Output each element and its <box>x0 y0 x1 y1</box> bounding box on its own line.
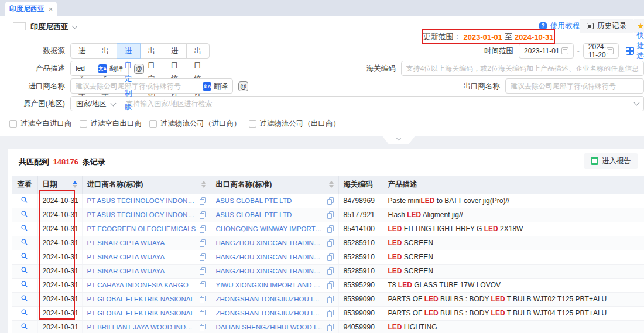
copy-icon[interactable] <box>327 239 334 247</box>
importer-link[interactable]: PT SINAR CIPTA WIJAYA <box>87 267 196 274</box>
checkbox[interactable] <box>149 120 157 128</box>
table-row: 2024-10-31 PT ASUS TECHNOLOGY INDONESIA … <box>12 194 644 208</box>
importer-input[interactable]: 建议去除公司尾部字符或特殊符号 文A 翻译 <box>70 78 233 94</box>
exact-match-icon[interactable]: @ <box>134 64 144 74</box>
table-row: 2024-10-31 PT ASUS TECHNOLOGY INDONESIA … <box>12 208 644 222</box>
exporter-link[interactable]: ZHONGSHAN TONGJIUZHOU INTERNA... <box>216 296 324 303</box>
copy-icon[interactable] <box>200 211 206 219</box>
origin-search-input[interactable]: 支持输入国家/地区进行检索 <box>121 96 644 111</box>
copy-icon[interactable] <box>327 267 334 275</box>
match-count: 148176 <box>53 157 78 166</box>
country-selector-label[interactable]: 印度尼西亚 <box>30 22 68 32</box>
copy-icon[interactable] <box>200 253 206 261</box>
importer-link[interactable]: PT SINAR CIPTA WIJAYA <box>87 253 196 260</box>
enter-report-button[interactable]: 进入报告 <box>584 153 638 169</box>
data-source-tab[interactable]: 进口统计 <box>163 43 187 59</box>
view-record-icon[interactable] <box>20 252 28 260</box>
tutorial-label: 使用教程 <box>550 21 580 31</box>
sort-icon[interactable] <box>73 181 77 188</box>
browser-tab-indonesia[interactable]: 印度尼西亚 × <box>5 2 57 16</box>
copy-icon[interactable] <box>200 197 206 205</box>
copy-icon[interactable] <box>200 267 206 275</box>
filter-checkbox-item[interactable]: 过滤物流公司（出口商） <box>249 119 341 129</box>
copy-icon[interactable] <box>327 310 334 317</box>
copy-icon[interactable] <box>200 296 206 303</box>
view-record-icon[interactable] <box>20 308 28 316</box>
data-source-tab[interactable]: 出口定制版 <box>140 43 164 59</box>
filter-checkbox-item[interactable]: 过滤空白进口商 <box>9 119 72 129</box>
date-from-input[interactable]: 2023-11-01 <box>519 43 574 59</box>
table-row: 2024-10-31 PT GLOBAL ELEKTRIK NASIONAL Z… <box>12 306 644 320</box>
sort-icon[interactable] <box>201 181 206 188</box>
exporter-link[interactable]: ZHONGSHAN TONGJIUZHOU INTERNA... <box>216 310 324 317</box>
product-desc-input[interactable]: led 文A 翻译 <box>70 61 129 76</box>
view-record-icon[interactable] <box>20 210 28 218</box>
filter-checkbox-item[interactable]: 过滤空白出口商 <box>80 119 142 129</box>
sort-icon[interactable] <box>329 181 334 188</box>
copy-icon[interactable] <box>327 324 334 331</box>
exporter-link[interactable]: HANGZHOU XINGCAN TRADING CO LTD <box>216 239 324 246</box>
collapse-form-handle[interactable] <box>382 135 416 144</box>
view-record-icon[interactable] <box>20 238 28 246</box>
importer-link[interactable]: PT GLOBAL ELEKTRIK NASIONAL <box>87 296 196 303</box>
importer-link[interactable]: PT ASUS TECHNOLOGY INDONESIA BA... <box>87 197 196 204</box>
indonesia-flag-icon <box>13 22 26 30</box>
copy-icon[interactable] <box>200 324 206 331</box>
origin-type-select[interactable]: 国家/地区 <box>70 96 121 111</box>
copy-icon[interactable] <box>200 281 206 289</box>
hs-code-input[interactable]: 支持4位以上海关编码，或2位海关编码加上产品描述、企业名称的任意信息 <box>401 61 644 76</box>
importer-link[interactable]: PT GLOBAL ELEKTRIK NASIONAL <box>87 310 196 317</box>
calendar-icon[interactable] <box>561 47 568 54</box>
exporter-link[interactable]: DALIAN SHENGZHIHUI WOOD INDUST... <box>216 324 324 331</box>
data-source-tab[interactable]: 进口关单 <box>70 43 94 59</box>
translate-button[interactable]: 文A 翻译 <box>98 64 124 74</box>
copy-icon[interactable] <box>327 211 334 219</box>
exact-match-icon[interactable]: @ <box>238 81 248 91</box>
exporter-link[interactable]: HANGZHOU XINGCAN TRADING CO LTD <box>216 267 324 274</box>
date-to-input[interactable]: 2024-11-20 <box>583 43 619 59</box>
checkbox[interactable] <box>9 120 17 128</box>
data-source-tab[interactable]: 出口统计 <box>186 43 210 59</box>
chevron-down-icon[interactable] <box>634 100 640 106</box>
header-importer[interactable]: 进口商名称(标准) <box>82 176 211 194</box>
checkbox[interactable] <box>80 120 87 128</box>
table-row: 2024-10-31 PT SINAR CIPTA WIJAYA HANGZHO… <box>12 264 644 278</box>
copy-icon[interactable] <box>327 225 334 233</box>
copy-icon[interactable] <box>200 225 206 233</box>
copy-icon[interactable] <box>327 281 334 289</box>
view-record-icon[interactable] <box>20 294 28 302</box>
chevron-down-icon[interactable] <box>72 23 78 29</box>
header-date[interactable]: 日期 <box>37 176 82 194</box>
copy-icon[interactable] <box>327 296 334 303</box>
view-record-icon[interactable] <box>20 224 28 232</box>
importer-link[interactable]: PT SINAR CIPTA WIJAYA <box>87 239 196 246</box>
data-source-tab[interactable]: 进口定制版 <box>117 43 141 59</box>
importer-link[interactable]: PT BRILLIANT JAYA WOOD INDUSTRY <box>87 324 196 331</box>
importer-link[interactable]: PT ASUS TECHNOLOGY INDONESIA BA... <box>87 211 196 218</box>
exporter-input[interactable]: 建议去除公司尾部字符或特殊符号 <box>505 78 644 94</box>
exporter-link[interactable]: HANGZHOU XINGCAN TRADING CO LTD <box>216 253 324 260</box>
tutorial-link[interactable]: ? 使用教程 <box>539 21 580 31</box>
importer-link[interactable]: PT CAHAYA INDONESIA KARGO <box>87 281 196 289</box>
copy-icon[interactable] <box>327 197 334 205</box>
calendar-icon[interactable] <box>607 47 614 54</box>
copy-icon[interactable] <box>327 253 334 261</box>
header-exporter[interactable]: 出口商名称(标准) <box>211 176 338 194</box>
view-record-icon[interactable] <box>20 322 28 330</box>
view-record-icon[interactable] <box>20 196 28 204</box>
grid-icon <box>626 47 634 55</box>
view-record-icon[interactable] <box>20 280 28 288</box>
copy-icon[interactable] <box>200 239 206 247</box>
filter-checkbox-item[interactable]: 过滤物流公司（进口商） <box>149 119 241 129</box>
importer-link[interactable]: PT ECOGREEN OLEOCHEMICALS <box>87 225 196 232</box>
view-record-icon[interactable] <box>20 266 28 274</box>
exporter-link[interactable]: CHONGQING WINWAY IMPORT AND E... <box>216 225 324 232</box>
data-source-tab[interactable]: 出口关单 <box>94 43 118 59</box>
exporter-link[interactable]: YIWU XIONGXIN IMPORT AND EXPORT... <box>216 281 324 289</box>
copy-icon[interactable] <box>200 310 206 317</box>
exporter-link[interactable]: ASUS GLOBAL PTE LTD <box>216 211 324 218</box>
checkbox[interactable] <box>249 120 256 128</box>
exporter-link[interactable]: ASUS GLOBAL PTE LTD <box>216 197 324 204</box>
close-icon[interactable]: × <box>49 5 53 13</box>
translate-button[interactable]: 文A 翻译 <box>203 81 228 91</box>
